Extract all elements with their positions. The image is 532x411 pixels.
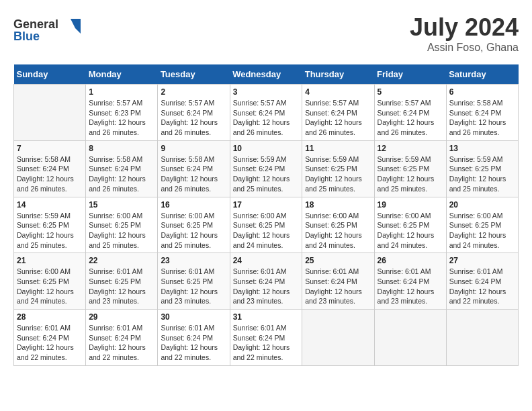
day-header-tuesday: Tuesday bbox=[158, 64, 230, 85]
day-info: Sunrise: 5:57 AMSunset: 6:24 PMDaylight:… bbox=[305, 98, 371, 138]
calendar-cell: 8Sunrise: 5:58 AMSunset: 6:24 PMDaylight… bbox=[86, 140, 158, 197]
calendar-cell: 25Sunrise: 6:01 AMSunset: 6:24 PMDayligh… bbox=[302, 253, 374, 310]
svg-text:General: General bbox=[13, 17, 58, 31]
week-row-3: 14Sunrise: 5:59 AMSunset: 6:25 PMDayligh… bbox=[14, 197, 519, 253]
calendar-cell: 10Sunrise: 5:59 AMSunset: 6:24 PMDayligh… bbox=[230, 140, 302, 197]
calendar-cell: 5Sunrise: 5:57 AMSunset: 6:24 PMDaylight… bbox=[374, 85, 446, 141]
calendar-cell: 3Sunrise: 5:57 AMSunset: 6:24 PMDaylight… bbox=[230, 85, 302, 141]
calendar-table: SundayMondayTuesdayWednesdayThursdayFrid… bbox=[13, 64, 519, 366]
calendar-cell: 23Sunrise: 6:01 AMSunset: 6:25 PMDayligh… bbox=[158, 253, 230, 310]
day-number: 10 bbox=[233, 144, 300, 153]
day-number: 17 bbox=[233, 200, 300, 210]
day-info: Sunrise: 6:00 AMSunset: 6:25 PMDaylight:… bbox=[161, 211, 226, 250]
day-info: Sunrise: 5:57 AMSunset: 6:24 PMDaylight:… bbox=[233, 98, 300, 138]
header-row: SundayMondayTuesdayWednesdayThursdayFrid… bbox=[14, 64, 519, 85]
logo-text: General Blue bbox=[13, 13, 87, 46]
calendar-cell: 27Sunrise: 6:01 AMSunset: 6:24 PMDayligh… bbox=[446, 253, 518, 310]
day-number: 7 bbox=[17, 144, 83, 153]
day-number: 15 bbox=[89, 200, 154, 210]
calendar-cell: 22Sunrise: 6:01 AMSunset: 6:25 PMDayligh… bbox=[86, 253, 158, 310]
day-header-wednesday: Wednesday bbox=[230, 64, 302, 85]
calendar-cell: 6Sunrise: 5:58 AMSunset: 6:24 PMDaylight… bbox=[446, 85, 518, 141]
calendar-cell: 7Sunrise: 5:58 AMSunset: 6:24 PMDaylight… bbox=[14, 140, 86, 197]
calendar-cell bbox=[446, 310, 518, 366]
title-area: July 2024 Assin Foso, Ghana bbox=[410, 13, 519, 54]
day-number: 26 bbox=[378, 256, 443, 265]
day-info: Sunrise: 6:01 AMSunset: 6:24 PMDaylight:… bbox=[233, 267, 300, 306]
day-info: Sunrise: 5:59 AMSunset: 6:25 PMDaylight:… bbox=[449, 154, 515, 194]
calendar-cell bbox=[302, 310, 374, 366]
calendar-cell: 26Sunrise: 6:01 AMSunset: 6:24 PMDayligh… bbox=[374, 253, 446, 310]
location-subtitle: Assin Foso, Ghana bbox=[410, 42, 519, 54]
day-info: Sunrise: 6:01 AMSunset: 6:24 PMDaylight:… bbox=[233, 323, 300, 363]
day-number: 20 bbox=[449, 200, 515, 210]
day-info: Sunrise: 6:00 AMSunset: 6:25 PMDaylight:… bbox=[17, 267, 83, 306]
day-info: Sunrise: 6:00 AMSunset: 6:25 PMDaylight:… bbox=[233, 211, 300, 250]
day-number: 23 bbox=[161, 256, 226, 265]
day-info: Sunrise: 6:00 AMSunset: 6:25 PMDaylight:… bbox=[305, 211, 371, 250]
day-info: Sunrise: 6:01 AMSunset: 6:25 PMDaylight:… bbox=[161, 267, 226, 306]
calendar-cell: 31Sunrise: 6:01 AMSunset: 6:24 PMDayligh… bbox=[230, 310, 302, 366]
day-number: 18 bbox=[305, 200, 371, 210]
svg-text:Blue: Blue bbox=[13, 30, 40, 43]
day-info: Sunrise: 6:01 AMSunset: 6:24 PMDaylight:… bbox=[161, 323, 226, 363]
day-number: 8 bbox=[89, 144, 154, 153]
calendar-cell: 15Sunrise: 6:00 AMSunset: 6:25 PMDayligh… bbox=[86, 197, 158, 253]
day-info: Sunrise: 5:58 AMSunset: 6:24 PMDaylight:… bbox=[89, 154, 154, 194]
day-info: Sunrise: 5:57 AMSunset: 6:24 PMDaylight:… bbox=[161, 98, 226, 138]
day-number: 2 bbox=[161, 87, 226, 97]
day-number: 13 bbox=[449, 144, 515, 153]
calendar-cell: 28Sunrise: 6:01 AMSunset: 6:24 PMDayligh… bbox=[14, 310, 86, 366]
day-header-sunday: Sunday bbox=[14, 64, 86, 85]
day-info: Sunrise: 5:59 AMSunset: 6:24 PMDaylight:… bbox=[233, 154, 300, 194]
calendar-cell: 13Sunrise: 5:59 AMSunset: 6:25 PMDayligh… bbox=[446, 140, 518, 197]
day-number: 1 bbox=[89, 87, 154, 97]
day-info: Sunrise: 5:58 AMSunset: 6:24 PMDaylight:… bbox=[449, 98, 515, 138]
logo-general: General Blue bbox=[13, 34, 87, 46]
day-number: 5 bbox=[378, 87, 443, 97]
logo: General Blue bbox=[13, 13, 87, 46]
day-info: Sunrise: 6:00 AMSunset: 6:25 PMDaylight:… bbox=[89, 211, 154, 250]
day-info: Sunrise: 6:00 AMSunset: 6:25 PMDaylight:… bbox=[378, 211, 443, 250]
calendar-cell: 18Sunrise: 6:00 AMSunset: 6:25 PMDayligh… bbox=[302, 197, 374, 253]
day-info: Sunrise: 6:01 AMSunset: 6:24 PMDaylight:… bbox=[17, 323, 83, 363]
calendar-cell: 4Sunrise: 5:57 AMSunset: 6:24 PMDaylight… bbox=[302, 85, 374, 141]
week-row-2: 7Sunrise: 5:58 AMSunset: 6:24 PMDaylight… bbox=[14, 140, 519, 197]
day-number: 12 bbox=[378, 144, 443, 153]
day-number: 19 bbox=[378, 200, 443, 210]
calendar-cell: 14Sunrise: 5:59 AMSunset: 6:25 PMDayligh… bbox=[14, 197, 86, 253]
day-info: Sunrise: 5:59 AMSunset: 6:25 PMDaylight:… bbox=[378, 154, 443, 194]
calendar-cell bbox=[374, 310, 446, 366]
svg-marker-2 bbox=[75, 28, 81, 34]
day-number: 25 bbox=[305, 256, 371, 265]
week-row-5: 28Sunrise: 6:01 AMSunset: 6:24 PMDayligh… bbox=[14, 310, 519, 366]
calendar-cell bbox=[14, 85, 86, 141]
day-number: 22 bbox=[89, 256, 154, 265]
day-info: Sunrise: 6:01 AMSunset: 6:24 PMDaylight:… bbox=[89, 323, 154, 363]
day-info: Sunrise: 5:59 AMSunset: 6:25 PMDaylight:… bbox=[17, 211, 83, 250]
day-info: Sunrise: 6:01 AMSunset: 6:25 PMDaylight:… bbox=[89, 267, 154, 306]
calendar-cell: 11Sunrise: 5:59 AMSunset: 6:25 PMDayligh… bbox=[302, 140, 374, 197]
week-row-1: 1Sunrise: 5:57 AMSunset: 6:23 PMDaylight… bbox=[14, 85, 519, 141]
day-header-thursday: Thursday bbox=[302, 64, 374, 85]
day-header-monday: Monday bbox=[86, 64, 158, 85]
day-number: 24 bbox=[233, 256, 300, 265]
calendar-cell: 29Sunrise: 6:01 AMSunset: 6:24 PMDayligh… bbox=[86, 310, 158, 366]
day-number: 16 bbox=[161, 200, 226, 210]
day-header-friday: Friday bbox=[374, 64, 446, 85]
day-number: 27 bbox=[449, 256, 515, 265]
day-header-saturday: Saturday bbox=[446, 64, 518, 85]
day-info: Sunrise: 6:00 AMSunset: 6:25 PMDaylight:… bbox=[449, 211, 515, 250]
day-number: 11 bbox=[305, 144, 371, 153]
day-info: Sunrise: 5:58 AMSunset: 6:24 PMDaylight:… bbox=[161, 154, 226, 194]
calendar-cell: 16Sunrise: 6:00 AMSunset: 6:25 PMDayligh… bbox=[158, 197, 230, 253]
day-number: 3 bbox=[233, 87, 300, 97]
day-number: 9 bbox=[161, 144, 226, 153]
calendar-cell: 24Sunrise: 6:01 AMSunset: 6:24 PMDayligh… bbox=[230, 253, 302, 310]
calendar-cell: 12Sunrise: 5:59 AMSunset: 6:25 PMDayligh… bbox=[374, 140, 446, 197]
day-number: 14 bbox=[17, 200, 83, 210]
day-info: Sunrise: 5:57 AMSunset: 6:24 PMDaylight:… bbox=[378, 98, 443, 138]
day-info: Sunrise: 6:01 AMSunset: 6:24 PMDaylight:… bbox=[449, 267, 515, 306]
day-info: Sunrise: 5:57 AMSunset: 6:23 PMDaylight:… bbox=[89, 98, 154, 138]
calendar-cell: 30Sunrise: 6:01 AMSunset: 6:24 PMDayligh… bbox=[158, 310, 230, 366]
